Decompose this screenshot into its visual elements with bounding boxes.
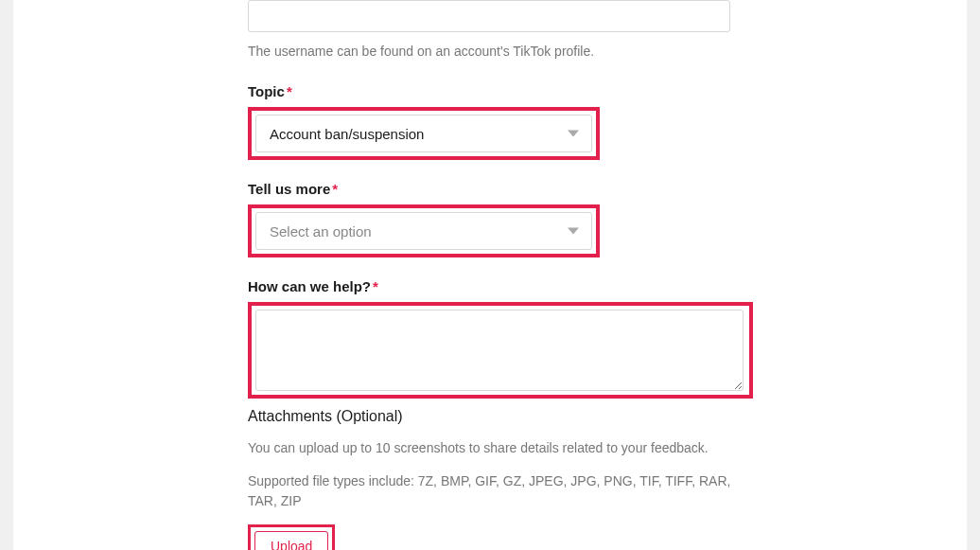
attachments-info-count: You can upload up to 10 screenshots to s… bbox=[248, 438, 740, 458]
required-mark: * bbox=[332, 181, 338, 197]
username-input[interactable] bbox=[248, 0, 730, 32]
upload-highlight: Upload bbox=[248, 524, 335, 550]
tell-us-more-label-text: Tell us more bbox=[248, 181, 330, 197]
topic-label-text: Topic bbox=[248, 83, 285, 99]
chevron-down-icon bbox=[568, 228, 579, 235]
feedback-form: The username can be found on an account'… bbox=[13, 0, 967, 550]
tell-us-more-highlight: Select an option bbox=[248, 204, 600, 257]
required-mark: * bbox=[373, 278, 378, 294]
topic-select-value: Account ban/suspension bbox=[270, 126, 424, 142]
tell-us-more-select[interactable]: Select an option bbox=[255, 212, 592, 250]
how-help-textarea[interactable] bbox=[255, 310, 744, 391]
tell-us-more-placeholder: Select an option bbox=[270, 223, 372, 240]
topic-select[interactable]: Account ban/suspension bbox=[255, 115, 592, 152]
how-help-label-text: How can we help? bbox=[248, 278, 371, 294]
topic-highlight: Account ban/suspension bbox=[248, 107, 600, 160]
required-mark: * bbox=[287, 83, 292, 99]
tell-us-more-label: Tell us more* bbox=[248, 181, 967, 197]
topic-label: Topic* bbox=[248, 83, 967, 99]
upload-button[interactable]: Upload bbox=[254, 531, 328, 550]
username-helper-text: The username can be found on an account'… bbox=[248, 44, 967, 59]
how-help-label: How can we help?* bbox=[248, 278, 967, 294]
how-help-highlight bbox=[248, 302, 753, 399]
attachments-label: Attachments (Optional) bbox=[248, 408, 967, 425]
attachments-info-types: Supported file types include: 7Z, BMP, G… bbox=[248, 471, 740, 511]
chevron-down-icon bbox=[568, 131, 579, 137]
